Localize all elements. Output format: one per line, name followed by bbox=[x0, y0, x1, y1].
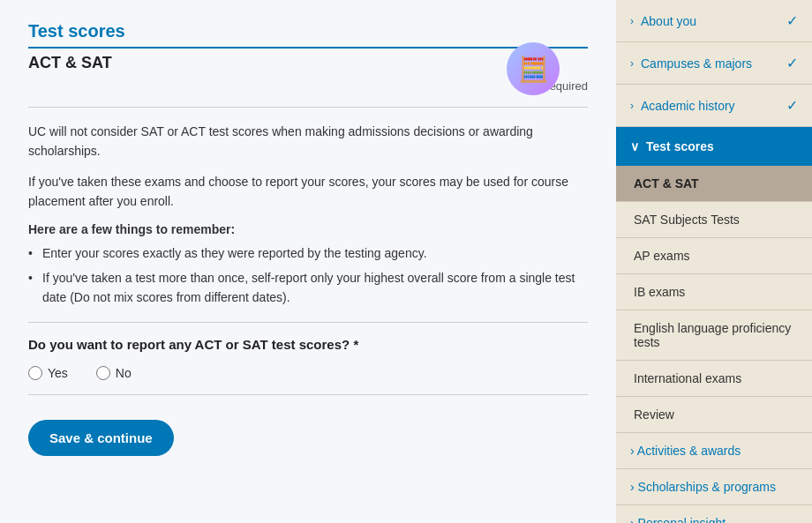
chevron-activities: › bbox=[630, 444, 635, 458]
remember-heading: Here are a few things to remember: bbox=[28, 222, 588, 236]
sidebar-test-scores-label: Test scores bbox=[646, 139, 714, 153]
sidebar-sub-review[interactable]: Review bbox=[616, 397, 812, 433]
sidebar-sub-label-ap-exams: AP exams bbox=[634, 249, 690, 263]
sidebar-sub-label-international: International exams bbox=[634, 371, 741, 385]
sidebar-sub-label-ib-exams: IB exams bbox=[634, 285, 685, 299]
save-continue-button[interactable]: Save & continue bbox=[28, 420, 174, 456]
yes-option[interactable]: Yes bbox=[28, 366, 68, 380]
section-title: Test scores bbox=[28, 21, 588, 49]
sidebar-sub-english-proficiency[interactable]: English language proficiency tests bbox=[616, 310, 812, 361]
chevron-academic: › bbox=[630, 100, 634, 112]
yes-radio[interactable] bbox=[28, 366, 42, 380]
sidebar-label-academic: Academic history bbox=[641, 99, 735, 113]
yes-label: Yes bbox=[48, 366, 68, 380]
no-option[interactable]: No bbox=[96, 366, 132, 380]
sidebar-sub-label-english-proficiency: English language proficiency tests bbox=[634, 321, 791, 349]
divider-top bbox=[28, 107, 588, 108]
main-content: 🧮 Test scores ACT & SAT * required UC wi… bbox=[0, 0, 616, 523]
info-text-2: If you've taken these exams and choose t… bbox=[28, 172, 588, 212]
bullet-item-1: Enter your scores exactly as they were r… bbox=[28, 243, 588, 263]
check-academic: ✓ bbox=[786, 97, 798, 114]
info-text-1: UC will not consider SAT or ACT test sco… bbox=[28, 122, 588, 161]
sidebar-label-about-you: About you bbox=[641, 14, 696, 28]
sidebar-sub-act-sat[interactable]: ACT & SAT bbox=[616, 166, 812, 202]
sidebar-label-personal-insight: Personal insight bbox=[638, 516, 726, 523]
question-label: Do you want to report any ACT or SAT tes… bbox=[28, 337, 588, 352]
check-about-you: ✓ bbox=[786, 12, 798, 29]
sidebar-item-campuses[interactable]: › Campuses & majors ✓ bbox=[616, 42, 812, 85]
chevron-about-you: › bbox=[630, 15, 634, 27]
subsection-title: ACT & SAT bbox=[28, 54, 588, 72]
radio-group: Yes No bbox=[28, 366, 588, 380]
sidebar-sub-label-review: Review bbox=[634, 407, 674, 422]
chevron-scholarships: › bbox=[630, 480, 635, 494]
chevron-campuses: › bbox=[630, 57, 634, 70]
sidebar-sub-international[interactable]: International exams bbox=[616, 361, 812, 397]
sidebar: › About you ✓ › Campuses & majors ✓ › Ac… bbox=[616, 0, 812, 523]
sidebar-label-campuses: Campuses & majors bbox=[641, 56, 752, 71]
sidebar-item-activities[interactable]: › Activities & awards bbox=[616, 433, 812, 469]
sidebar-item-about-you[interactable]: › About you ✓ bbox=[616, 0, 812, 42]
divider-radio-bottom bbox=[28, 394, 588, 395]
sidebar-sub-sat-subjects[interactable]: SAT Subjects Tests bbox=[616, 202, 812, 238]
sidebar-sub-label-sat-subjects: SAT Subjects Tests bbox=[634, 213, 740, 227]
required-note: * required bbox=[28, 79, 588, 93]
chevron-down-test-scores: ∨ bbox=[630, 139, 639, 153]
calc-icon-circle: 🧮 bbox=[507, 42, 560, 95]
sidebar-sub-ib-exams[interactable]: IB exams bbox=[616, 274, 812, 310]
divider-bottom bbox=[28, 322, 588, 323]
calculator-icon: 🧮 bbox=[507, 42, 560, 95]
check-campuses: ✓ bbox=[786, 55, 798, 71]
no-label: No bbox=[116, 366, 132, 380]
bullet-item-2: If you've taken a test more than once, s… bbox=[28, 268, 588, 308]
sidebar-item-scholarships[interactable]: › Scholarships & programs bbox=[616, 469, 812, 505]
bullet-list: Enter your scores exactly as they were r… bbox=[28, 243, 588, 308]
sidebar-label-activities: Activities & awards bbox=[637, 444, 741, 458]
sidebar-item-personal-insight[interactable]: › Personal insight bbox=[616, 505, 812, 523]
sidebar-item-academic[interactable]: › Academic history ✓ bbox=[616, 85, 812, 127]
no-radio[interactable] bbox=[96, 366, 110, 380]
sidebar-test-scores-header[interactable]: ∨ Test scores bbox=[616, 127, 812, 166]
sidebar-sub-ap-exams[interactable]: AP exams bbox=[616, 238, 812, 274]
chevron-personal-insight: › bbox=[630, 516, 635, 523]
sidebar-label-scholarships: Scholarships & programs bbox=[638, 480, 776, 494]
sidebar-sub-label-act-sat: ACT & SAT bbox=[634, 176, 699, 191]
